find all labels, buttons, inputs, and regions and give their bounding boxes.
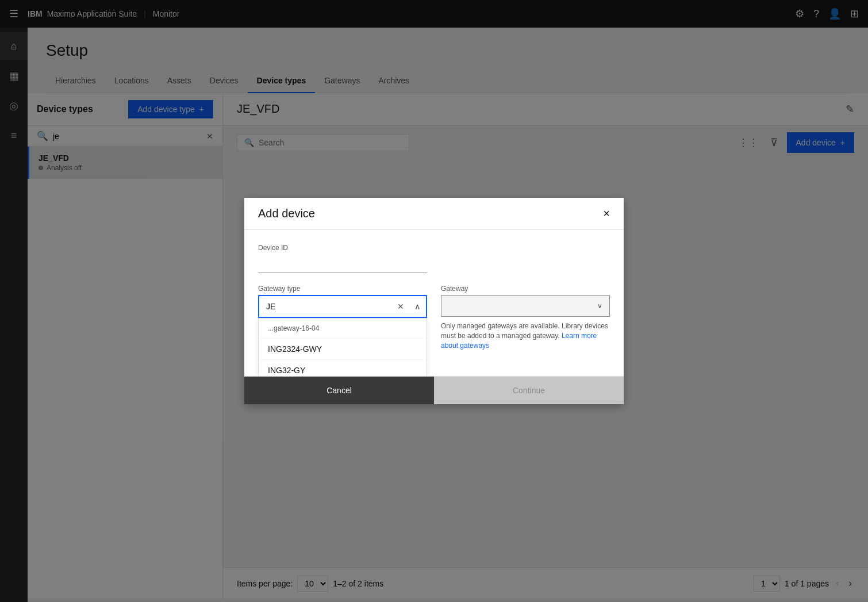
placeholder-group: [441, 244, 610, 273]
gateway-helper-text: Only managed gateways are available. Lib…: [441, 321, 610, 350]
dropdown-item-ing32-gy[interactable]: ING32-GY: [259, 360, 427, 375]
modal-close-button[interactable]: ×: [603, 207, 610, 220]
device-id-input[interactable]: [258, 254, 427, 273]
add-device-modal: Add device × Device ID Gateway type: [244, 198, 624, 404]
modal-overlay: Add device × Device ID Gateway type: [0, 0, 868, 602]
gateway-select[interactable]: [448, 301, 597, 310]
learn-more-link[interactable]: Learn more about gateways: [441, 332, 597, 350]
gateway-type-group: Gateway type ✕ ∧ ...gateway-16-04 ING232…: [258, 285, 427, 318]
device-id-group: Device ID: [258, 244, 427, 273]
modal-title: Add device: [258, 207, 315, 220]
dropdown-item-ing2324-gwy[interactable]: ING2324-GWY: [259, 339, 427, 360]
dropdown-input-wrap: ✕ ∧: [258, 295, 427, 318]
continue-button[interactable]: Continue: [434, 377, 624, 404]
modal-header: Add device ×: [244, 198, 624, 230]
cancel-button[interactable]: Cancel: [244, 377, 434, 404]
dropdown-item-gateway-16-04[interactable]: ...gateway-16-04: [259, 319, 427, 339]
gateway-type-dropdown-list: ...gateway-16-04 ING2324-GWY ING32-GY In…: [258, 318, 427, 375]
dropdown-clear-button[interactable]: ✕: [393, 302, 409, 311]
gateway-group: Gateway ∨ Only managed gateways are avai…: [441, 285, 610, 350]
form-row-gateway: Gateway type ✕ ∧ ...gateway-16-04 ING232…: [258, 285, 610, 350]
form-row-device-id: Device ID: [258, 244, 610, 273]
gateway-type-label: Gateway type: [258, 285, 427, 293]
gateway-select-wrap: ∨: [441, 295, 610, 317]
device-id-label: Device ID: [258, 244, 427, 252]
gateway-type-input[interactable]: [259, 296, 393, 317]
dropdown-toggle-button[interactable]: ∧: [409, 302, 426, 311]
modal-footer: Cancel Continue: [244, 376, 624, 404]
gateway-label: Gateway: [441, 285, 610, 293]
modal-body: Device ID Gateway type ✕ ∧: [244, 230, 624, 375]
gateway-chevron-icon: ∨: [597, 302, 602, 310]
gateway-type-dropdown: ✕ ∧ ...gateway-16-04 ING2324-GWY ING32-G…: [258, 295, 427, 318]
